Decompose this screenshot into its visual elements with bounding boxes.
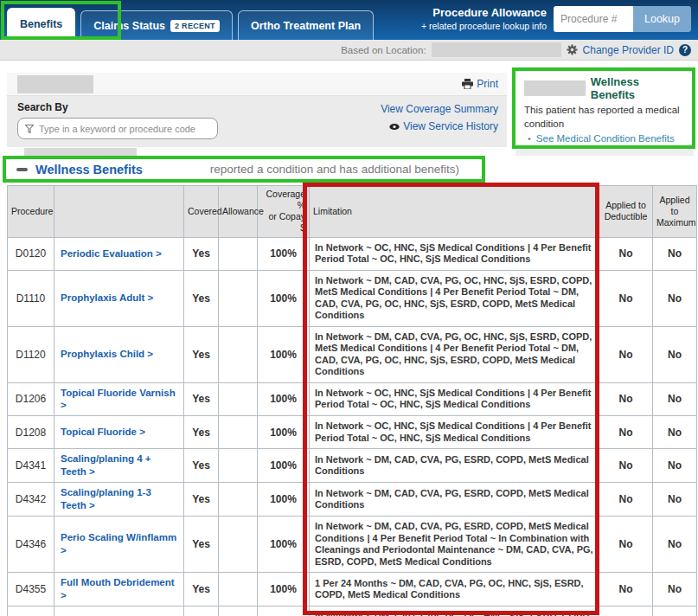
change-provider-id-link[interactable]: Change Provider ID xyxy=(583,44,674,56)
wellness-benefits-box: Wellness Benefits This patient has repor… xyxy=(512,67,695,149)
wellness-section-title[interactable]: Wellness Benefits xyxy=(35,163,143,176)
col-header-deductible-line1: Applied to xyxy=(603,200,649,211)
allowance-cell xyxy=(219,237,258,270)
procedure-link[interactable]: Full Mouth Debridement > xyxy=(61,576,178,602)
procedure-number-input[interactable] xyxy=(554,6,633,32)
tab-ortho-treatment-plan[interactable]: Ortho Treatment Plan xyxy=(238,10,374,40)
patient-name-redacted xyxy=(17,75,93,93)
view-coverage-summary-link[interactable]: View Coverage Summary xyxy=(381,103,498,115)
procedure-link[interactable]: Scaling/planing 1-3 Teeth > xyxy=(61,486,178,512)
see-medical-condition-benefits-link[interactable]: See Medical Condition Benefits xyxy=(536,133,675,144)
gear-icon xyxy=(567,44,578,55)
table-row: D1120 Prophylaxis Child > Yes 100% In Ne… xyxy=(8,326,697,382)
deductible-cell: No xyxy=(599,237,653,270)
coverage-cell: 100% xyxy=(258,449,310,483)
deductible-cell: No xyxy=(599,326,653,382)
procedure-link[interactable]: Perio Scaling W/inflamm > xyxy=(61,531,178,557)
procedure-name-cell: Topical Fluoride > xyxy=(54,416,184,449)
col-header-deductible: Applied to Deductible xyxy=(599,186,653,238)
limitation-cell: In Network ~ DM, CAD, CVA, PG, ESRD, COP… xyxy=(310,517,599,573)
wellness-box-header: Wellness Benefits xyxy=(524,75,685,101)
collapse-minus-icon[interactable] xyxy=(16,168,28,171)
location-bar: Based on Location: Change Provider ID ? xyxy=(0,40,698,61)
wellness-link-row: • See Medical Condition Benefits xyxy=(524,133,685,144)
panel-links: View Coverage Summary View Service Histo… xyxy=(381,103,498,132)
limitation-cell: In Network ~ DM, CAD, CVA, PG, OC, HNC, … xyxy=(310,326,599,382)
procedure-name-cell: Full Mouth Debridement > xyxy=(54,573,184,606)
col-header-maximum-line2: Maximum xyxy=(656,217,693,228)
procedure-code-cell: D4910 xyxy=(8,606,54,616)
view-service-history-link[interactable]: View Service History xyxy=(389,120,498,132)
redacted-block xyxy=(24,148,137,156)
col-header-covered: Covered xyxy=(184,186,219,238)
print-link[interactable]: Print xyxy=(462,78,498,90)
covered-cell: Yes xyxy=(184,326,219,382)
maximum-cell: No xyxy=(653,270,697,326)
location-field-redacted[interactable] xyxy=(432,42,561,57)
wellness-box-shadow xyxy=(515,149,694,156)
table-row: D1110 Prophylaxis Adult > Yes 100% In Ne… xyxy=(8,270,697,326)
covered-cell: Yes xyxy=(184,483,219,517)
help-icon[interactable]: ? xyxy=(679,44,691,56)
procedure-link[interactable]: Scaling/planing 4 + Teeth > xyxy=(61,452,178,478)
table-row: D4910 Periodontal Maintenance > Yes 100%… xyxy=(8,606,697,616)
procedure-name-cell: Periodic Evaluation > xyxy=(54,237,184,270)
search-input[interactable] xyxy=(39,124,210,134)
lookup-button[interactable]: Lookup xyxy=(633,6,691,32)
procedure-allowance-text: Procedure Allowance + related procedure … xyxy=(421,6,547,31)
tab-claims-status-label: Claims Status xyxy=(93,20,165,32)
maximum-cell: No xyxy=(653,382,697,416)
col-header-allowance: Allowance xyxy=(219,186,258,238)
coverage-cell: 100% xyxy=(258,326,310,382)
procedure-link[interactable]: Topical Fluoride Varnish > xyxy=(61,387,178,413)
covered-cell: Yes xyxy=(184,449,219,483)
procedure-link[interactable]: Topical Fluoride > xyxy=(61,426,145,439)
search-input-wrap xyxy=(17,118,218,139)
procedure-name-cell: Prophylaxis Child > xyxy=(54,326,184,382)
tab-claims-status[interactable]: Claims Status 2 RECENT xyxy=(80,10,233,40)
covered-cell: Yes xyxy=(184,573,219,606)
procedure-code-cell: D1208 xyxy=(8,416,54,449)
limitation-cell: In Network ~ OC, HNC, SjS Medical Condit… xyxy=(310,382,599,416)
procedure-link[interactable]: Prophylaxis Adult > xyxy=(61,292,153,305)
procedure-link[interactable]: Periodic Evaluation > xyxy=(61,247,162,260)
limitation-cell: In Network ~ OC, HNC, SjS Medical Condit… xyxy=(310,237,599,270)
allowance-cell xyxy=(219,483,258,517)
recent-claims-badge: 2 RECENT xyxy=(170,20,220,32)
covered-cell: Yes xyxy=(184,382,219,416)
col-header-coverage-line1: Coverage % xyxy=(261,189,305,211)
covered-cell: Yes xyxy=(184,606,219,616)
table-row: D4341 Scaling/planing 4 + Teeth > Yes 10… xyxy=(8,449,697,483)
allowance-cell xyxy=(219,270,258,326)
allowance-cell xyxy=(219,416,258,449)
printer-icon xyxy=(462,79,473,89)
tab-benefits[interactable]: Benefits xyxy=(7,8,75,40)
col-header-coverage-line2: or Copay $ xyxy=(261,211,305,234)
limitation-cell: In Network ~ DM, CAD, CVA, PG, OC, HNC, … xyxy=(310,606,599,616)
deductible-cell: No xyxy=(599,483,653,517)
patient-name-redacted xyxy=(524,80,586,96)
deductible-cell: No xyxy=(599,382,653,416)
coverage-cell: 100% xyxy=(258,382,310,416)
col-header-maximum-line1: Applied to xyxy=(656,195,693,217)
maximum-cell: No xyxy=(653,573,697,606)
procedure-link[interactable]: Prophylaxis Child > xyxy=(61,348,153,361)
search-panel: Search By View Coverage Summary View Ser… xyxy=(7,96,507,147)
col-header-deductible-line2: Deductible xyxy=(603,211,649,222)
wellness-section-header: Wellness Benefits reported a condition a… xyxy=(3,156,485,183)
procedure-name-cell: Scaling/planing 1-3 Teeth > xyxy=(54,483,184,517)
allowance-cell xyxy=(219,382,258,416)
benefits-table: Procedure Covered Allowance Coverage % o… xyxy=(7,185,697,616)
limitation-cell: 1 Per 24 Months ~ DM, CAD, CVA, PG, OC, … xyxy=(310,573,599,606)
limitation-cell: In Network ~ DM, CAD, CVA, PG, ESRD, COP… xyxy=(310,483,599,517)
tab-benefits-label: Benefits xyxy=(20,18,62,30)
maximum-cell: No xyxy=(653,483,697,517)
coverage-cell: 100% xyxy=(258,517,310,573)
covered-cell: Yes xyxy=(184,416,219,449)
coverage-cell: 100% xyxy=(258,573,310,606)
table-row: D4355 Full Mouth Debridement > Yes 100% … xyxy=(8,573,697,606)
wellness-box-message: This patient has reported a medical cond… xyxy=(524,104,685,131)
tab-bar: Benefits Claims Status 2 RECENT Ortho Tr… xyxy=(0,8,374,40)
deductible-cell: No xyxy=(599,573,653,606)
procedure-code-cell: D1206 xyxy=(8,382,54,416)
